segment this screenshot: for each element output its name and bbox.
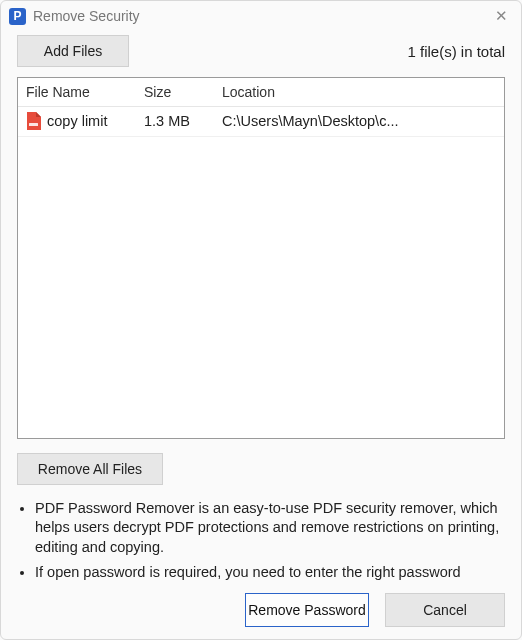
- header-filename: File Name: [26, 84, 144, 100]
- file-count-text: 1 file(s) in total: [407, 43, 505, 60]
- header-location: Location: [222, 84, 496, 100]
- info-list: PDF Password Remover is an easy-to-use P…: [17, 499, 505, 583]
- header-size: Size: [144, 84, 222, 100]
- footer-row: Remove Password Cancel: [17, 593, 505, 627]
- window-title: Remove Security: [33, 8, 491, 24]
- top-row: Add Files 1 file(s) in total: [17, 35, 505, 67]
- file-list-box: File Name Size Location copy limit 1.3 M…: [17, 77, 505, 439]
- app-icon: P: [9, 8, 26, 25]
- filename-text: copy limit: [47, 113, 107, 129]
- pdf-file-icon: [26, 112, 41, 130]
- cell-size: 1.3 MB: [144, 113, 222, 129]
- info-bullet: PDF Password Remover is an easy-to-use P…: [35, 499, 501, 558]
- remove-all-files-button[interactable]: Remove All Files: [17, 453, 163, 485]
- add-files-button[interactable]: Add Files: [17, 35, 129, 67]
- title-bar: P Remove Security ✕: [1, 1, 521, 29]
- info-bullet: If open password is required, you need t…: [35, 563, 501, 583]
- below-box: Remove All Files PDF Password Remover is…: [17, 453, 505, 627]
- cell-filename: copy limit: [26, 112, 144, 130]
- table-body: copy limit 1.3 MB C:\Users\Mayn\Desktop\…: [18, 107, 504, 438]
- svg-rect-0: [29, 123, 38, 126]
- table-row[interactable]: copy limit 1.3 MB C:\Users\Mayn\Desktop\…: [18, 107, 504, 137]
- close-icon[interactable]: ✕: [491, 7, 511, 25]
- table-header: File Name Size Location: [18, 78, 504, 107]
- cancel-button[interactable]: Cancel: [385, 593, 505, 627]
- content-area: Add Files 1 file(s) in total File Name S…: [1, 29, 521, 639]
- remove-password-button[interactable]: Remove Password: [245, 593, 369, 627]
- cell-location: C:\Users\Mayn\Desktop\c...: [222, 113, 496, 129]
